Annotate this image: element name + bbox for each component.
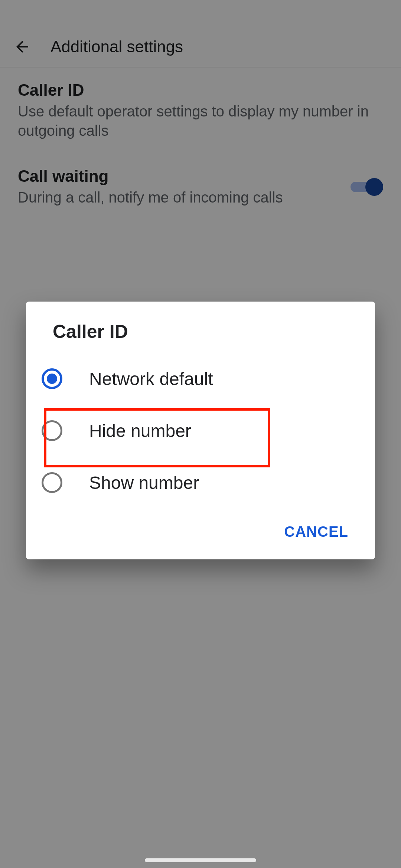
radio-selected-icon	[42, 368, 62, 389]
dialog-title: Caller ID	[26, 302, 375, 353]
radio-unselected-icon	[42, 472, 62, 493]
option-label: Network default	[89, 369, 213, 389]
option-hide-number[interactable]: Hide number	[26, 405, 375, 457]
option-label: Show number	[89, 473, 199, 493]
cancel-button[interactable]: CANCEL	[280, 517, 353, 546]
option-show-number[interactable]: Show number	[26, 457, 375, 509]
modal-scrim[interactable]: Caller ID Network default Hide number Sh…	[0, 0, 401, 868]
option-network-default[interactable]: Network default	[26, 353, 375, 405]
radio-unselected-icon	[42, 420, 62, 441]
dialog-actions: CANCEL	[26, 509, 375, 550]
caller-id-dialog: Caller ID Network default Hide number Sh…	[26, 302, 375, 559]
gesture-bar	[145, 858, 256, 862]
option-label: Hide number	[89, 421, 191, 441]
